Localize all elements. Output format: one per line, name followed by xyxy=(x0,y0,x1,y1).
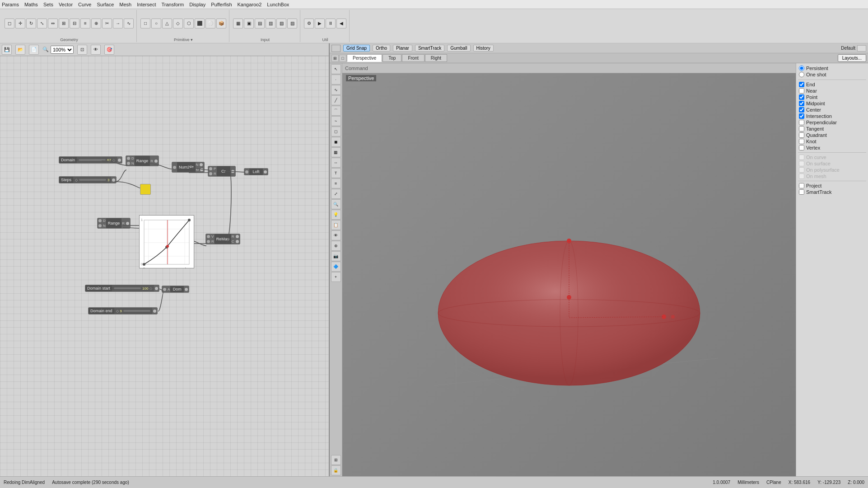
snap-gumball[interactable]: Gumball xyxy=(447,45,470,52)
tool-inp2[interactable]: ▣ xyxy=(244,19,254,28)
rtool-text[interactable]: T xyxy=(331,168,341,178)
node-domend[interactable]: Domain end ◇ 9 xyxy=(88,307,158,314)
domstart-slider[interactable] xyxy=(114,287,141,289)
perpendicular-checkbox[interactable] xyxy=(799,120,804,125)
rtool-transform[interactable]: ⤢ xyxy=(331,189,341,199)
snap-end[interactable]: End xyxy=(798,81,866,88)
rtool-freeform[interactable]: ~ xyxy=(331,116,341,126)
snap-project[interactable]: Project xyxy=(798,183,866,189)
gh-bake[interactable]: 🎯 xyxy=(104,45,114,55)
menu-sets[interactable]: Sets xyxy=(43,2,53,7)
menu-maths[interactable]: Maths xyxy=(24,2,38,7)
viewport-grid-icon[interactable]: ⊞ xyxy=(331,55,339,62)
node-range2[interactable]: D N Range R xyxy=(97,218,131,229)
snap-center[interactable]: Center xyxy=(798,107,866,113)
tool-util4[interactable]: ◀ xyxy=(336,19,346,28)
node-domstart[interactable]: Domain start 100 ◇ xyxy=(85,285,159,292)
menu-params[interactable]: Params xyxy=(2,2,19,7)
snap-planar[interactable]: Planar xyxy=(393,45,412,52)
snap-smarttrack[interactable]: SmartTrack xyxy=(415,45,444,52)
snap-oneshot[interactable]: One shot xyxy=(798,71,866,78)
gh-save[interactable]: 💾 xyxy=(2,45,12,55)
rtool-bottom1[interactable]: ⊞ xyxy=(331,455,341,465)
snap-ortho[interactable]: Ortho xyxy=(373,45,390,52)
tool-select[interactable]: ◻ xyxy=(5,19,14,28)
tool-prim7[interactable]: ⚪ xyxy=(205,19,215,28)
rhino-viewport[interactable]: Command X Y xyxy=(342,63,796,476)
snap-gridsnap[interactable]: Grid Snap xyxy=(343,45,370,52)
node-dom[interactable]: A Dom xyxy=(162,286,189,293)
tool-curve[interactable]: ∿ xyxy=(124,19,134,28)
menu-kangaroo[interactable]: Kangaroo2 xyxy=(238,2,262,7)
project-checkbox[interactable] xyxy=(799,183,804,188)
node-range1[interactable]: D N Range R xyxy=(126,155,159,166)
tool-inp6[interactable]: ▨ xyxy=(287,19,297,28)
tool-util3[interactable]: ⏸ xyxy=(326,19,336,28)
node-loft[interactable]: Loft xyxy=(244,168,268,175)
rtool-select[interactable]: ↖ xyxy=(331,64,341,74)
rtool-line[interactable]: ╱ xyxy=(331,95,341,105)
menu-intersect[interactable]: Intersect xyxy=(137,2,156,7)
snap-persistent[interactable]: Persistent xyxy=(798,65,866,71)
tool-inp4[interactable]: ▥ xyxy=(266,19,275,28)
snap-intersection[interactable]: Intersection xyxy=(798,113,866,119)
rtool-mesh[interactable]: ▦ xyxy=(331,147,341,157)
tool-group[interactable]: ⊟ xyxy=(70,19,79,28)
tangent-checkbox[interactable] xyxy=(799,126,804,131)
near-checkbox[interactable] xyxy=(799,88,804,94)
menu-display[interactable]: Display xyxy=(189,2,205,7)
menu-surface[interactable]: Surface xyxy=(97,2,114,7)
snap-tangent[interactable]: Tangent xyxy=(798,126,866,132)
tool-trim[interactable]: ✂ xyxy=(102,19,112,28)
tool-scale[interactable]: ⤡ xyxy=(37,19,47,28)
tool-prim3[interactable]: △ xyxy=(162,19,172,28)
viewport-single-icon[interactable]: □ xyxy=(339,55,346,62)
smarttrack-checkbox[interactable] xyxy=(799,189,804,195)
quadrant-checkbox[interactable] xyxy=(799,132,804,138)
menu-vector[interactable]: Vector xyxy=(59,2,73,7)
tool-arrow[interactable]: → xyxy=(113,19,123,28)
rtool-bottom2[interactable]: 🔒 xyxy=(331,465,341,475)
snap-smarttrack-item[interactable]: SmartTrack xyxy=(798,189,866,195)
snap-onmesh[interactable]: On mesh xyxy=(798,173,866,179)
rtool-dim[interactable]: ↔ xyxy=(331,158,341,168)
vertex-checkbox[interactable] xyxy=(799,145,804,150)
tool-prim6[interactable]: ⬛ xyxy=(195,19,205,28)
rtool-camera[interactable]: 📷 xyxy=(331,251,341,261)
rtool-hatch[interactable]: ≡ xyxy=(331,178,341,188)
persistent-radio[interactable] xyxy=(799,66,804,71)
oneshot-radio[interactable] xyxy=(799,72,804,77)
rtool-osnap[interactable]: ⊕ xyxy=(331,241,341,251)
snap-point[interactable]: Point xyxy=(798,94,866,100)
menu-mesh[interactable]: Mesh xyxy=(119,2,131,7)
menu-transform[interactable]: Transform xyxy=(161,2,184,7)
menu-lunchbox[interactable]: LunchBox xyxy=(267,2,289,7)
center-checkbox[interactable] xyxy=(799,107,804,113)
tool-prim1[interactable]: □ xyxy=(140,19,150,28)
node-steps[interactable]: Steps ◇ 3 xyxy=(59,176,117,183)
rtool-extra[interactable]: + xyxy=(331,272,341,282)
snap-knot[interactable]: Knot xyxy=(798,138,866,145)
tool-inp1[interactable]: ▦ xyxy=(233,19,243,28)
tool-explode[interactable]: ⊞ xyxy=(59,19,69,28)
tool-mirror[interactable]: ⇔ xyxy=(48,19,58,28)
snap-onsurface[interactable]: On surface xyxy=(798,160,866,167)
tool-util2[interactable]: ▶ xyxy=(315,19,325,28)
tool-prim5[interactable]: ⬡ xyxy=(184,19,194,28)
graph-node[interactable]: 1 0 0 1 xyxy=(139,215,194,268)
rtool-solid[interactable]: ◼ xyxy=(331,137,341,147)
tool-prim2[interactable]: ○ xyxy=(151,19,161,28)
gh-preview[interactable]: 👁 xyxy=(91,45,101,55)
knot-checkbox[interactable] xyxy=(799,139,804,144)
tool-prim8[interactable]: 📦 xyxy=(216,19,226,28)
gh-canvas[interactable]: Domain 67 ◇ D N xyxy=(0,56,329,476)
menu-pufferfish[interactable]: Pufferfish xyxy=(211,2,232,7)
layouts-button[interactable]: Layouts... xyxy=(838,54,866,62)
rtool-point[interactable]: · xyxy=(331,75,341,84)
point-checkbox[interactable] xyxy=(799,94,804,100)
steps-slider[interactable] xyxy=(79,179,106,181)
node-cr[interactable]: P R Cr xyxy=(208,166,236,177)
rtool-render[interactable]: 💡 xyxy=(331,210,341,220)
tab-perspective[interactable]: Perspective xyxy=(347,54,382,62)
tab-right[interactable]: Right xyxy=(425,54,447,62)
